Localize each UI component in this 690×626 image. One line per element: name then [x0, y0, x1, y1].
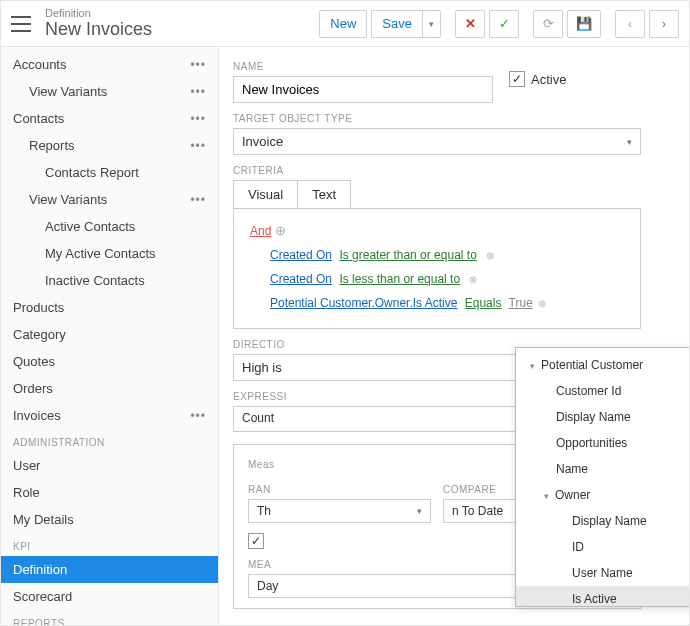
confirm-button[interactable]: ✓: [489, 10, 519, 38]
save-layout-button[interactable]: 💾: [567, 10, 601, 38]
tab-text[interactable]: Text: [298, 181, 350, 208]
sidebar-item[interactable]: My Active Contacts: [1, 240, 218, 267]
remove-icon[interactable]: ⊗: [535, 298, 546, 309]
popup-item[interactable]: Display Name: [516, 508, 689, 534]
field-picker-popup: Potential CustomerCustomer IdDisplay Nam…: [515, 347, 689, 607]
popup-item[interactable]: ID: [516, 534, 689, 560]
sidebar-item[interactable]: My Details: [1, 506, 218, 533]
save-button[interactable]: Save: [371, 10, 422, 38]
next-button[interactable]: ›: [649, 10, 679, 38]
sidebar-item[interactable]: Scorecard: [1, 583, 218, 610]
sidebar: Accounts•••View Variants•••Contacts•••Re…: [1, 47, 219, 625]
target-label: TARGET OBJECT TYPE: [233, 113, 675, 124]
sidebar-item[interactable]: Contacts Report: [1, 159, 218, 186]
remove-icon[interactable]: ⊗: [469, 274, 477, 285]
popup-item[interactable]: Potential Customer: [516, 352, 689, 378]
tab-visual[interactable]: Visual: [234, 181, 298, 208]
sidebar-item[interactable]: Reports•••: [1, 132, 218, 159]
popup-item[interactable]: Display Name: [516, 404, 689, 430]
criteria-op[interactable]: Equals: [465, 296, 502, 310]
range-select[interactable]: Th▾: [248, 499, 431, 523]
ran-label: RAN: [248, 484, 431, 495]
popup-item[interactable]: Name: [516, 456, 689, 482]
active-label: Active: [531, 72, 566, 87]
criteria-field[interactable]: Potential Customer.Owner.Is Active: [270, 296, 457, 310]
save-dropdown-button[interactable]: ▾: [422, 10, 441, 38]
sidebar-item[interactable]: Contacts•••: [1, 105, 218, 132]
criteria-row: Created On Is greater than or equal to ⊗: [270, 248, 624, 262]
prev-button[interactable]: ‹: [615, 10, 645, 38]
sidebar-item[interactable]: Role: [1, 479, 218, 506]
sidebar-section-header: REPORTS: [1, 610, 218, 625]
popup-item[interactable]: Is Active: [516, 586, 689, 606]
target-object-select[interactable]: Invoice▾: [233, 128, 641, 155]
popup-item[interactable]: Owner: [516, 482, 689, 508]
refresh-button[interactable]: ⟳: [533, 10, 563, 38]
criteria-op[interactable]: Is less than or equal to: [339, 272, 460, 286]
page-title: New Invoices: [45, 19, 319, 40]
sidebar-section-header: ADMINISTRATION: [1, 429, 218, 452]
sidebar-item[interactable]: View Variants•••: [1, 78, 218, 105]
sidebar-item[interactable]: Orders: [1, 375, 218, 402]
menu-toggle-icon[interactable]: [11, 16, 31, 32]
popup-item[interactable]: User Name: [516, 560, 689, 586]
app-header: Definition New Invoices New Save ▾ ✕ ✓ ⟳…: [1, 1, 689, 47]
name-input[interactable]: [233, 76, 493, 103]
criteria-field[interactable]: Created On: [270, 248, 332, 262]
sidebar-item[interactable]: Invoices•••: [1, 402, 218, 429]
criteria-row: Created On Is less than or equal to ⊗: [270, 272, 624, 286]
active-checkbox[interactable]: ✓: [509, 71, 525, 87]
criteria-and[interactable]: And: [250, 224, 271, 238]
sidebar-item[interactable]: Accounts•••: [1, 51, 218, 78]
sidebar-item[interactable]: Active Contacts: [1, 213, 218, 240]
criteria-editor: And ⊕ Created On Is greater than or equa…: [233, 208, 641, 329]
sidebar-item[interactable]: Category: [1, 321, 218, 348]
gear-icon[interactable]: ⊕: [275, 223, 286, 238]
sidebar-item[interactable]: View Variants•••: [1, 186, 218, 213]
cancel-button[interactable]: ✕: [455, 10, 485, 38]
criteria-op[interactable]: Is greater than or equal to: [339, 248, 476, 262]
criteria-row: Potential Customer.Owner.Is Active Equal…: [270, 296, 624, 310]
new-button[interactable]: New: [319, 10, 367, 38]
name-label: NAME: [233, 61, 493, 72]
sidebar-item[interactable]: Products: [1, 294, 218, 321]
sidebar-item[interactable]: Quotes: [1, 348, 218, 375]
criteria-field[interactable]: Created On: [270, 272, 332, 286]
toolbar: New Save ▾ ✕ ✓ ⟳ 💾 ‹ ›: [319, 10, 679, 38]
popup-item[interactable]: Customer Id: [516, 378, 689, 404]
criteria-value[interactable]: True: [509, 296, 533, 310]
popup-item[interactable]: Opportunities: [516, 430, 689, 456]
page-supertitle: Definition: [45, 7, 319, 19]
criteria-label: CRITERIA: [233, 165, 675, 176]
main-content: NAME ✓ Active TARGET OBJECT TYPE Invoice…: [219, 47, 689, 625]
inner-checkbox[interactable]: ✓: [248, 533, 264, 549]
remove-icon[interactable]: ⊗: [486, 250, 494, 261]
sidebar-item[interactable]: User: [1, 452, 218, 479]
sidebar-item[interactable]: Definition: [1, 556, 218, 583]
sidebar-section-header: KPI: [1, 533, 218, 556]
sidebar-item[interactable]: Inactive Contacts: [1, 267, 218, 294]
